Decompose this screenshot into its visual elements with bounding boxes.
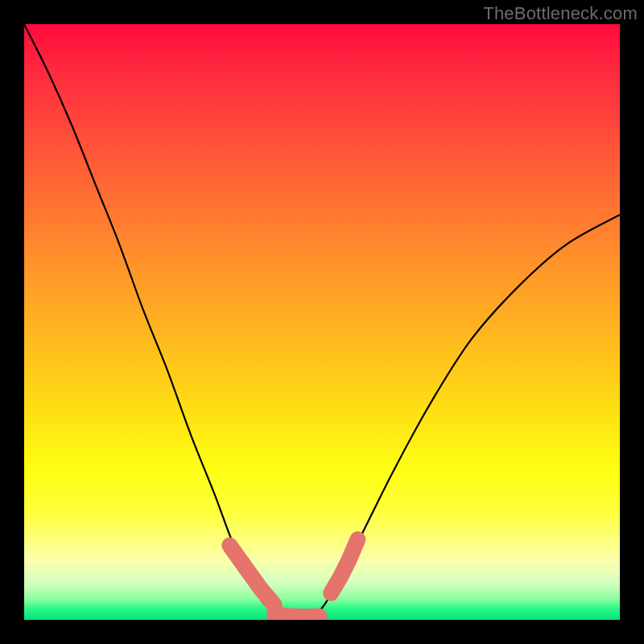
chart-frame: TheBottleneck.com (0, 0, 644, 644)
watermark-text: TheBottleneck.com (483, 3, 638, 24)
marker-segment (331, 539, 357, 593)
marker-segment (275, 614, 320, 617)
bottleneck-curve (24, 24, 620, 617)
marker-segment (229, 546, 275, 605)
plot-area (24, 24, 620, 620)
curve-layer (24, 24, 620, 620)
highlighted-segments (229, 539, 357, 617)
